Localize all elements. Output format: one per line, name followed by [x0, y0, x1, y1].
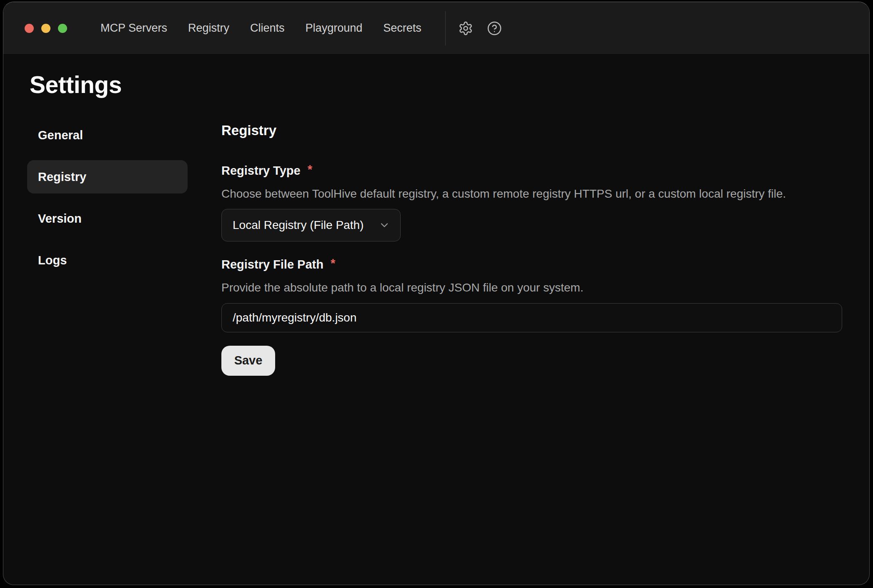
settings-sidebar: General Registry Version Logs: [27, 118, 188, 376]
section-heading: Registry: [221, 123, 842, 138]
registry-file-path-input[interactable]: [221, 303, 842, 332]
nav-item-mcp-servers[interactable]: MCP Servers: [100, 22, 167, 35]
nav-item-secrets[interactable]: Secrets: [383, 22, 421, 35]
sidebar-item-general[interactable]: General: [27, 118, 188, 152]
nav-item-playground[interactable]: Playground: [306, 22, 363, 35]
help-circle-icon[interactable]: [487, 21, 502, 36]
registry-type-description: Choose between ToolHive default registry…: [221, 187, 842, 201]
registry-file-path-description: Provide the absolute path to a local reg…: [221, 281, 842, 295]
app-window: MCP Servers Registry Clients Playground …: [3, 2, 870, 585]
minimize-window-button[interactable]: [41, 24, 50, 33]
top-navigation: MCP Servers Registry Clients Playground …: [100, 22, 421, 35]
registry-type-select[interactable]: Local Registry (File Path): [221, 209, 401, 241]
nav-item-registry[interactable]: Registry: [188, 22, 229, 35]
close-window-button[interactable]: [25, 24, 34, 33]
settings-gear-icon[interactable]: [458, 21, 473, 36]
required-asterisk: *: [331, 256, 335, 270]
registry-type-selected-value: Local Registry (File Path): [233, 219, 374, 232]
save-button[interactable]: Save: [221, 346, 275, 376]
traffic-lights: [25, 24, 67, 33]
titlebar-divider: [445, 11, 446, 45]
sidebar-item-registry[interactable]: Registry: [27, 160, 188, 193]
sidebar-item-logs[interactable]: Logs: [27, 244, 188, 277]
settings-content: Registry Registry Type * Choose between …: [221, 118, 869, 376]
registry-file-path-label: Registry File Path: [221, 257, 324, 272]
titlebar: MCP Servers Registry Clients Playground …: [3, 2, 869, 55]
nav-item-clients[interactable]: Clients: [250, 22, 285, 35]
registry-type-label: Registry Type: [221, 163, 301, 178]
sidebar-item-version[interactable]: Version: [27, 202, 188, 235]
required-asterisk: *: [308, 163, 312, 176]
chevron-down-icon: [374, 219, 390, 231]
page-title: Settings: [30, 73, 869, 97]
zoom-window-button[interactable]: [58, 24, 67, 33]
